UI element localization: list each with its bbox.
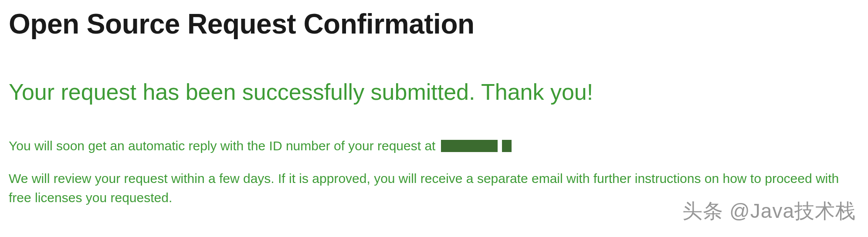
auto-reply-paragraph: You will soon get an automatic reply wit… <box>9 136 859 156</box>
success-heading: Your request has been successfully submi… <box>9 78 859 105</box>
auto-reply-text: You will soon get an automatic reply wit… <box>9 139 435 153</box>
review-paragraph: We will review your request within a few… <box>9 169 859 207</box>
redacted-email <box>441 140 498 152</box>
page-title: Open Source Request Confirmation <box>9 9 859 39</box>
